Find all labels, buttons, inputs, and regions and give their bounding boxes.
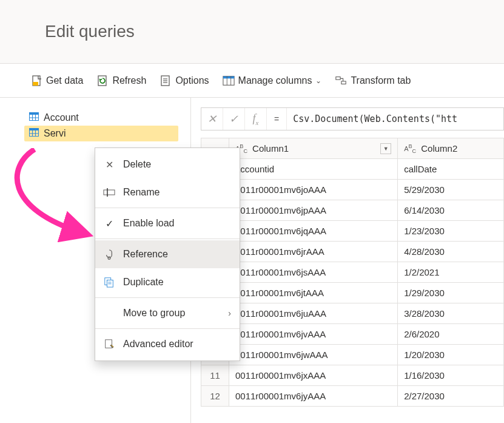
cell-column2[interactable]: 2/27/2030 — [398, 386, 504, 407]
menu-divider — [95, 297, 240, 298]
cell-column1[interactable]: 0011r00001mv6jvAAA — [229, 324, 398, 345]
query-item-service-calls[interactable]: Servi — [24, 126, 178, 141]
svg-rect-11 — [336, 76, 340, 80]
page-title: Edit queries — [45, 22, 135, 41]
equals-sign: = — [267, 108, 287, 130]
menu-item-move-to-group[interactable]: Move to group › — [95, 299, 240, 327]
fx-button[interactable]: fx — [245, 108, 267, 130]
svg-point-25 — [108, 257, 110, 259]
table-row[interactable]: 0011r00001mv6jpAAA6/14/2030 — [201, 200, 504, 221]
menu-item-duplicate[interactable]: Duplicate — [95, 268, 240, 296]
check-icon: ✓ — [102, 218, 116, 229]
menu-item-enable-load[interactable]: ✓ Enable load — [95, 209, 240, 237]
chevron-down-icon: ⌄ — [315, 76, 321, 85]
commit-formula-button[interactable]: ✓ — [223, 108, 245, 130]
refresh-label: Refresh — [112, 75, 146, 86]
table-row[interactable]: 0011r00001mv6joAAA5/29/2030 — [201, 180, 504, 200]
cell-column2[interactable]: 1/16/2030 — [398, 365, 504, 386]
cell-column2[interactable]: 1/20/2030 — [398, 345, 504, 365]
manage-columns-button[interactable]: Manage columns ⌄ — [218, 71, 327, 90]
menu-item-label: Rename — [123, 187, 231, 198]
table-row[interactable]: 0011r00001mv6jsAAA1/2/2021 — [201, 262, 504, 283]
duplicate-icon — [102, 276, 116, 289]
cell-column1[interactable]: 0011r00001mv6jqAAA — [229, 221, 398, 242]
advanced-editor-icon — [102, 337, 116, 351]
cell-column2[interactable]: 6/14/2030 — [398, 200, 504, 221]
get-data-icon — [30, 75, 42, 87]
menu-item-reference[interactable]: Reference — [95, 240, 240, 268]
menu-item-advanced-editor[interactable]: Advanced editor — [95, 330, 240, 358]
fx-icon: fx — [253, 112, 259, 126]
column-header-column1[interactable]: ABC Column1 ▼ — [229, 138, 398, 159]
main-area: Account Servi ✕ ✓ fx = Csv.Document(Web.… — [0, 98, 504, 423]
type-text-icon: ABC — [404, 143, 417, 154]
cell-column1[interactable]: 0011r00001mv6jtAAA — [229, 283, 398, 303]
options-label: Options — [175, 75, 209, 86]
table-icon — [29, 128, 39, 139]
get-data-button[interactable]: Get data — [25, 71, 88, 90]
menu-item-label: Enable load — [123, 218, 231, 229]
query-item-account[interactable]: Account — [24, 110, 178, 126]
title-bar: Edit queries — [0, 0, 504, 64]
query-item-label: Account — [44, 112, 79, 123]
menu-item-label: Advanced editor — [123, 339, 231, 350]
cell-column1[interactable]: 0011r00001mv6jrAAA — [229, 242, 398, 262]
blank-icon — [102, 306, 116, 320]
cell-column1[interactable]: 0011r00001mv6juAAA — [229, 303, 398, 324]
table-row[interactable]: 0011r00001mv6jvAAA2/6/2020 — [201, 324, 504, 345]
svg-rect-1 — [33, 82, 38, 86]
table-row[interactable]: 110011r00001mv6jxAAA1/16/2030 — [201, 365, 504, 386]
refresh-button[interactable]: Refresh — [92, 71, 151, 90]
filter-dropdown-icon[interactable]: ▼ — [380, 143, 391, 154]
cell-column1[interactable]: 0011r00001mv6jpAAA — [229, 200, 398, 221]
get-data-label: Get data — [46, 75, 83, 86]
options-icon — [160, 75, 172, 87]
manage-columns-label: Manage columns — [238, 75, 312, 86]
cell-column1[interactable]: 0011r00001mv6joAAA — [229, 180, 398, 200]
cell-column2[interactable]: 4/28/2030 — [398, 242, 504, 262]
table-icon — [29, 112, 39, 123]
table-row[interactable]: 120011r00001mv6jyAAA2/27/2030 — [201, 386, 504, 407]
table-row[interactable]: 0011r00001mv6jqAAA1/23/2030 — [201, 221, 504, 242]
table-row[interactable]: accountidcallDate — [201, 159, 504, 180]
table-row[interactable]: 0011r00001mv6jwAAA1/20/2030 — [201, 345, 504, 365]
cell-column2[interactable]: 1/23/2030 — [398, 221, 504, 242]
options-button[interactable]: Options — [155, 71, 213, 90]
cell-column1[interactable]: 0011r00001mv6jsAAA — [229, 262, 398, 283]
table-row[interactable]: 0011r00001mv6juAAA3/28/2030 — [201, 303, 504, 324]
cell-column2[interactable]: 3/28/2030 — [398, 303, 504, 324]
cell-column1[interactable]: accountid — [229, 159, 398, 180]
menu-divider — [95, 208, 240, 208]
svg-rect-19 — [30, 129, 39, 131]
cell-column1[interactable]: 0011r00001mv6jyAAA — [229, 386, 398, 407]
table-row[interactable]: 0011r00001mv6jtAAA1/29/2030 — [201, 283, 504, 303]
cell-column2[interactable]: 5/29/2030 — [398, 180, 504, 200]
cancel-formula-button[interactable]: ✕ — [201, 108, 223, 130]
chevron-right-icon: › — [228, 308, 231, 318]
svg-rect-12 — [341, 81, 346, 84]
table-row[interactable]: 0011r00001mv6jrAAA4/28/2030 — [201, 242, 504, 262]
menu-divider — [95, 239, 240, 239]
cell-column1[interactable]: 0011r00001mv6jxAAA — [229, 365, 398, 386]
cell-column2[interactable]: callDate — [398, 159, 504, 180]
cell-column2[interactable]: 2/6/2020 — [398, 324, 504, 345]
formula-input[interactable]: Csv.Document(Web.Contents("htt — [287, 113, 503, 124]
rename-icon — [102, 186, 116, 199]
column-header-label: Column1 — [252, 143, 289, 154]
menu-item-label: Reference — [123, 249, 231, 260]
transform-table-icon — [335, 75, 347, 87]
menu-item-delete[interactable]: ✕ Delete — [95, 151, 240, 178]
cell-column2[interactable]: 1/29/2030 — [398, 283, 504, 303]
toolbar: Get data Refresh Options Manage columns … — [0, 64, 504, 98]
transform-table-button[interactable]: Transform tab — [330, 71, 415, 90]
query-item-label: Servi — [44, 128, 66, 139]
cell-column1[interactable]: 0011r00001mv6jwAAA — [229, 345, 398, 365]
formula-bar: ✕ ✓ fx = Csv.Document(Web.Contents("htt — [201, 107, 504, 130]
column-header-column2[interactable]: ABC Column2 — [398, 138, 504, 159]
cell-column2[interactable]: 1/2/2021 — [398, 262, 504, 283]
menu-item-label: Delete — [123, 159, 231, 170]
menu-item-rename[interactable]: Rename — [95, 178, 240, 206]
svg-rect-30 — [106, 340, 112, 348]
menu-item-label: Duplicate — [123, 277, 231, 288]
transform-table-label: Transform tab — [351, 75, 411, 86]
